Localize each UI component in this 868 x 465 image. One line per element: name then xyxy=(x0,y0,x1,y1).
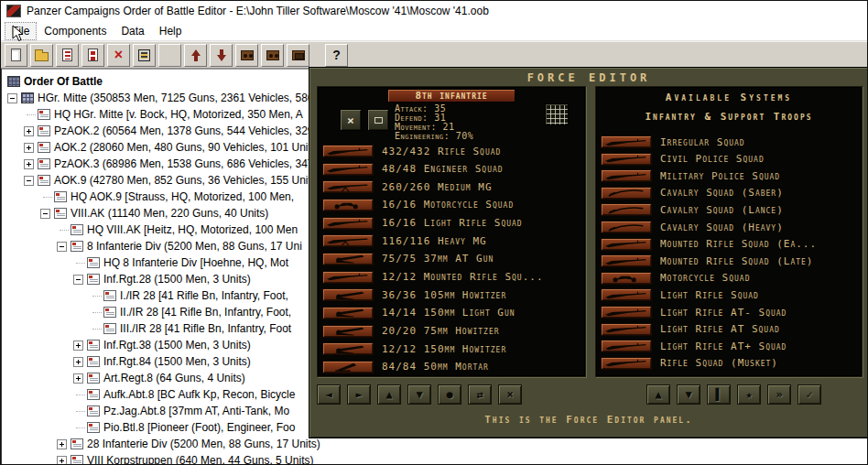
weapon-icon-rifle xyxy=(601,153,652,166)
help-button[interactable]: ? xyxy=(325,44,348,67)
weapon-icon-rifle xyxy=(601,340,652,352)
unit-row[interactable]: 36/36 105mm Howitzer xyxy=(322,287,582,302)
unit-row[interactable]: 84/84 50mm Mortar xyxy=(322,360,582,374)
system-row[interactable]: Mounted Rifle Squad (Late) xyxy=(601,254,859,268)
system-row[interactable]: Mounted Rifle Squad (Ea... xyxy=(601,237,859,252)
tree-item[interactable]: VIII Korpstruppen (640 Men, 44 Guns, 5 U… xyxy=(2,452,866,464)
system-row-label: Cavalry Squad (Saber) xyxy=(660,187,784,199)
move-up-button[interactable] xyxy=(184,44,207,67)
tree-item-label: Inf.Rgt.28 (1500 Men, 3 Units) xyxy=(103,273,251,286)
unit-row[interactable]: 12/12 150mm Howitzer xyxy=(322,341,582,356)
tree-expander[interactable] xyxy=(24,176,34,186)
system-row[interactable]: Rifle Squad (Musket) xyxy=(601,356,859,371)
unit-row[interactable]: 260/260 Medium MG xyxy=(322,179,582,194)
tree-expander[interactable] xyxy=(24,159,34,169)
unit-card-icon xyxy=(54,191,67,202)
view-3-button[interactable] xyxy=(287,44,309,67)
unit-up-button[interactable]: ▲ xyxy=(377,384,401,405)
view-2-button[interactable] xyxy=(261,44,284,67)
insert-right-icon: ► xyxy=(355,388,362,401)
tree-expander[interactable] xyxy=(73,341,83,351)
unit-down-button[interactable]: ▼ xyxy=(407,384,431,405)
system-row[interactable]: Light Rifle AT+ Squad xyxy=(601,339,859,353)
insert-right-button[interactable]: ► xyxy=(347,384,371,405)
systems-next-button[interactable]: » xyxy=(767,384,791,405)
weapon-icon-rifle xyxy=(601,135,652,148)
confirm-button[interactable]: ✓ xyxy=(797,384,821,405)
unit-card-icon xyxy=(38,142,50,153)
system-row[interactable]: Military Police Squad xyxy=(601,168,859,183)
tree-expander[interactable] xyxy=(7,93,17,103)
select-unit-button[interactable]: ● xyxy=(438,384,461,405)
unit-row[interactable]: 75/75 37mm AT Gun xyxy=(322,252,582,266)
tree-connector xyxy=(57,230,71,231)
system-row[interactable]: Civil Police Squad xyxy=(601,152,859,167)
unit-row[interactable]: 16/16 Light Rifle Squad xyxy=(322,216,582,231)
menu-item-components[interactable]: Components xyxy=(37,22,114,40)
tree-item-label: AOK.2 (28060 Men, 480 Guns, 90 Vehicles,… xyxy=(54,141,311,154)
window-title: Panzer Campaigns Order of Battle Editor … xyxy=(27,5,489,17)
systems-category-label[interactable]: Infantry & Support Troops xyxy=(596,111,862,123)
unit-card-icon xyxy=(103,307,116,318)
org-grid-icon[interactable] xyxy=(545,103,569,125)
delete-button[interactable]: × xyxy=(107,44,130,67)
open-file-button[interactable] xyxy=(30,44,53,67)
tree-item-label: Aufk.Abt.8 [BC Aufk Kp, Recon, Bicycle xyxy=(103,388,295,401)
system-row[interactable]: Light Rifle Squad xyxy=(601,287,859,302)
system-row-label: Cavalry Squad (Lance) xyxy=(660,204,784,216)
report-2-button[interactable] xyxy=(81,44,104,67)
crossed-tools-button[interactable]: × xyxy=(340,109,362,131)
report-1-button[interactable] xyxy=(56,44,79,67)
unit-row-label: 75/75 37mm AT Gun xyxy=(382,253,494,265)
tree-expander[interactable] xyxy=(73,275,83,285)
tree-expander[interactable] xyxy=(40,209,50,219)
unit-row[interactable]: 48/48 Engineer Squad xyxy=(322,162,582,177)
tree-expander[interactable] xyxy=(24,143,34,153)
unit-card-icon xyxy=(87,340,100,351)
frame-tool-button[interactable] xyxy=(367,109,389,131)
systems-down-button[interactable]: ▼ xyxy=(677,384,700,405)
system-row[interactable]: Cavalry Squad (Lance) xyxy=(601,202,859,217)
insert-left-button[interactable]: ◄ xyxy=(317,384,341,405)
system-row[interactable]: Cavalry Squad (Saber) xyxy=(601,186,859,200)
new-file-button[interactable] xyxy=(5,44,27,67)
unit-row-label: 16/16 Light Rifle Squad xyxy=(382,217,523,229)
menu-item-data[interactable]: Data xyxy=(114,22,151,40)
tree-expander[interactable] xyxy=(73,357,83,367)
tree-expander[interactable] xyxy=(73,373,83,384)
systems-up-button[interactable]: ▲ xyxy=(646,384,670,405)
tree-expander[interactable] xyxy=(24,126,34,136)
systems-page-icon: ▌ xyxy=(715,388,722,401)
select-unit-icon: ● xyxy=(446,388,452,401)
weapon-icon-cav xyxy=(601,221,652,233)
unit-row[interactable]: 20/20 75mm Howitzer xyxy=(322,324,582,339)
tree-expander[interactable] xyxy=(57,242,67,252)
systems-page-button[interactable]: ▌ xyxy=(707,384,731,405)
view-1-button[interactable] xyxy=(235,44,258,67)
unit-row[interactable]: 432/432 Rifle Squad xyxy=(322,144,582,158)
system-row[interactable]: Motorcycle Squad xyxy=(601,271,859,286)
system-row[interactable]: Light Rifle AT- Squad xyxy=(601,305,859,319)
red-page-icon xyxy=(88,49,98,61)
system-row[interactable]: Light Rifle AT Squad xyxy=(601,322,859,337)
list-button[interactable] xyxy=(133,44,156,67)
unit-row[interactable]: 14/14 150mm Light Gun xyxy=(322,306,582,320)
unit-row[interactable]: 12/12 Mounted Rifle Squ... xyxy=(322,270,582,285)
tree-expander[interactable] xyxy=(57,456,67,465)
insert-left-icon: ◄ xyxy=(325,388,331,401)
tree-item-label: HGr. Mitte (350853 Men, 7125 Guns, 2361 … xyxy=(38,92,314,104)
unit-row[interactable]: 116/116 Heavy MG xyxy=(322,233,582,248)
remove-unit-button[interactable]: × xyxy=(498,384,522,405)
menu-item-help[interactable]: Help xyxy=(152,22,190,40)
selected-unit-tab[interactable]: 8th infantrie xyxy=(387,89,515,103)
system-row[interactable]: Cavalry Squad (Heavy) xyxy=(601,220,859,234)
weapon-icon-rifle xyxy=(601,169,652,182)
systems-favorite-button[interactable]: ★ xyxy=(737,384,761,405)
system-row[interactable]: Irregular Squad xyxy=(601,135,859,149)
arrow-down-icon xyxy=(216,49,227,61)
move-down-button[interactable] xyxy=(210,44,233,67)
tree-item-label: Art.Regt.8 (64 Guns, 4 Units) xyxy=(103,372,245,384)
swap-unit-button[interactable]: ⇄ xyxy=(468,384,492,405)
unit-row[interactable]: 16/16 Motorcycle Squad xyxy=(322,198,582,212)
tree-expander[interactable] xyxy=(57,439,67,449)
